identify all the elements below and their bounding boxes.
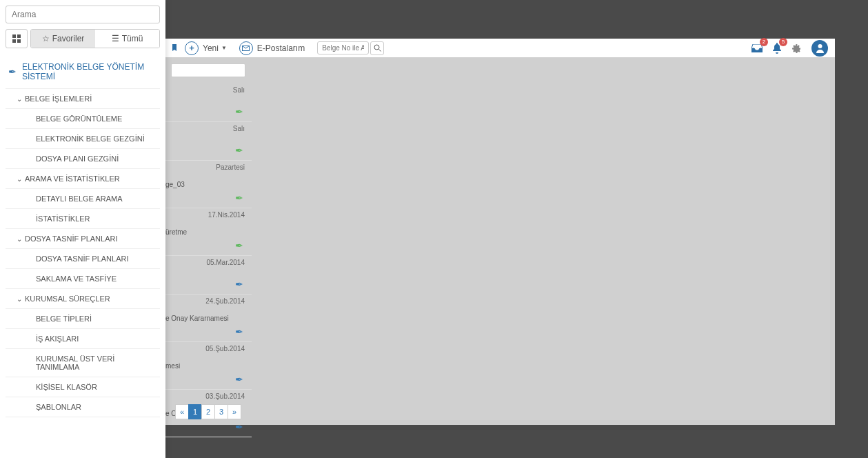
pen-icon: ✒ xyxy=(165,103,248,119)
list-date: Salı xyxy=(165,86,248,103)
tab-label: Tümü xyxy=(122,34,143,43)
page-3[interactable]: 3 xyxy=(214,404,228,419)
svg-rect-6 xyxy=(12,39,16,43)
sidebar-item[interactable]: DETAYLI BELGE ARAMA xyxy=(6,189,160,209)
sidebar-grid-toggle[interactable] xyxy=(6,29,28,48)
list-title: üretme xyxy=(165,228,248,237)
pen-icon: ✒ xyxy=(165,276,248,291)
svg-point-1 xyxy=(374,45,379,50)
content-list: Salı ✒ Salı ✒ Pazartesi ge_03 ✒ 17.Nis.2… xyxy=(165,83,252,437)
mail-button-label[interactable]: E-Postalarım xyxy=(257,43,305,53)
sidebar-item[interactable]: İŞ AKIŞLARI xyxy=(6,329,160,349)
sidebar-heading[interactable]: ✒ ELEKTRONİK BELGE YÖNETİM SİSTEMİ xyxy=(6,54,160,89)
chevron-down-icon: ⌄ xyxy=(17,175,22,183)
list-date: 24.Şub.2014 xyxy=(165,297,248,315)
pen-icon: ✒ xyxy=(165,371,248,386)
bell-badge: 5 xyxy=(779,38,787,46)
list-title: e Onay Kararnamesi xyxy=(165,315,248,323)
chevron-down-icon: ⌄ xyxy=(17,235,22,243)
list-title: mesi xyxy=(165,362,248,371)
section-label: KURUMSAL SÜREÇLER xyxy=(25,295,110,303)
section-dosya-tasnif[interactable]: ⌄ DOSYA TASNİF PLANLARI xyxy=(6,229,160,249)
sidebar-item[interactable]: ŞABLONLAR xyxy=(6,397,160,417)
section-label: BELGE İŞLEMLERİ xyxy=(25,94,92,103)
section-label: ARAMA VE İSTATİSTİKLER xyxy=(25,175,120,183)
page-next[interactable]: » xyxy=(228,404,241,419)
bell-icon[interactable]: 5 xyxy=(772,42,782,54)
sidebar-item[interactable]: KİŞİSEL KLASÖR xyxy=(6,377,160,397)
sidebar-item[interactable]: ELEKTRONİK BELGE GEZGİNİ xyxy=(6,129,160,149)
section-label: DOSYA TASNİF PLANLARI xyxy=(25,235,118,243)
svg-rect-4 xyxy=(12,34,16,38)
section-belge-islemleri[interactable]: ⌄ BELGE İŞLEMLERİ xyxy=(6,89,160,109)
section-kurumsal[interactable]: ⌄ KURUMSAL SÜREÇLER xyxy=(6,289,160,309)
doc-search-input[interactable] xyxy=(317,41,369,54)
list-date: Salı xyxy=(165,125,248,142)
svg-line-2 xyxy=(379,50,381,52)
svg-rect-5 xyxy=(17,34,21,38)
pen-icon: ✒ xyxy=(165,323,248,339)
page-2[interactable]: 2 xyxy=(201,404,215,419)
sidebar-search-input[interactable] xyxy=(6,6,160,23)
pagination: « 1 2 3 » xyxy=(176,404,241,419)
gear-icon[interactable] xyxy=(791,42,802,54)
new-button-icon[interactable]: + xyxy=(185,41,199,55)
list-date: Pazartesi xyxy=(165,163,248,181)
sub-search-input[interactable] xyxy=(171,63,245,77)
list-item[interactable]: Salı ✒ xyxy=(165,122,252,161)
sidebar-item[interactable]: DOSYA TASNİF PLANLARI xyxy=(6,249,160,269)
new-button-label[interactable]: Yeni xyxy=(203,43,219,53)
sidebar-item[interactable]: BELGE TİPLERİ xyxy=(6,309,160,329)
tab-favorites[interactable]: ☆ Favoriler xyxy=(31,30,95,48)
pen-icon: ✒ xyxy=(165,142,248,157)
pen-icon: ✒ xyxy=(165,237,248,252)
tab-label: Favoriler xyxy=(52,34,85,43)
tab-all[interactable]: ☰ Tümü xyxy=(95,30,159,48)
section-arama[interactable]: ⌄ ARAMA VE İSTATİSTİKLER xyxy=(6,169,160,189)
list-date: 17.Nis.2014 xyxy=(165,211,248,228)
sidebar-item[interactable]: SAKLAMA VE TASFİYE xyxy=(6,269,160,289)
mail-icon[interactable] xyxy=(239,41,253,55)
sidebar-heading-label: ELEKTRONİK BELGE YÖNETİM SİSTEMİ xyxy=(22,62,157,81)
avatar[interactable] xyxy=(811,40,828,57)
inbox-icon[interactable]: 2 xyxy=(751,42,763,54)
list-item[interactable]: Pazartesi ge_03 ✒ xyxy=(165,161,252,208)
page-1[interactable]: 1 xyxy=(188,404,202,419)
list-item[interactable]: 24.Şub.2014 e Onay Kararnamesi ✒ xyxy=(165,295,252,342)
list-title: ge_03 xyxy=(165,181,248,190)
pen-icon: ✒ xyxy=(165,190,248,205)
star-icon: ☆ xyxy=(42,34,50,43)
list-item[interactable]: 05.Mar.2014 ✒ xyxy=(165,256,252,295)
new-caret-icon[interactable]: ▼ xyxy=(221,45,227,51)
sidebar-item[interactable]: KURUMSAL ÜST VERİ TANIMLAMA xyxy=(6,349,160,377)
sidebar-item[interactable]: BELGE GÖRÜNTÜLEME xyxy=(6,109,160,129)
page-prev[interactable]: « xyxy=(175,404,189,419)
list-item[interactable]: Salı ✒ xyxy=(165,83,252,122)
sidebar-item[interactable]: DOSYA PLANI GEZGİNİ xyxy=(6,149,160,169)
list-item[interactable]: 17.Nis.2014 üretme ✒ xyxy=(165,208,252,256)
list-date: 05.Şub.2014 xyxy=(165,345,248,362)
chevron-down-icon: ⌄ xyxy=(17,95,22,103)
sidebar-item[interactable]: İSTATİSTİKLER xyxy=(6,209,160,229)
svg-rect-7 xyxy=(17,39,21,43)
pen-icon: ✒ xyxy=(165,419,248,434)
sidebar: ☆ Favoriler ☰ Tümü ✒ ELEKTRONİK BELGE YÖ… xyxy=(0,0,165,458)
list-icon: ☰ xyxy=(112,34,119,43)
toolbar-left-icon xyxy=(171,43,178,52)
list-date: 05.Mar.2014 xyxy=(165,259,248,276)
pen-icon: ✒ xyxy=(8,66,17,77)
list-item[interactable]: 05.Şub.2014 mesi ✒ xyxy=(165,342,252,390)
chevron-down-icon: ⌄ xyxy=(17,295,22,303)
svg-point-3 xyxy=(818,44,822,48)
doc-search-button[interactable] xyxy=(370,41,384,55)
inbox-badge: 2 xyxy=(760,38,768,46)
